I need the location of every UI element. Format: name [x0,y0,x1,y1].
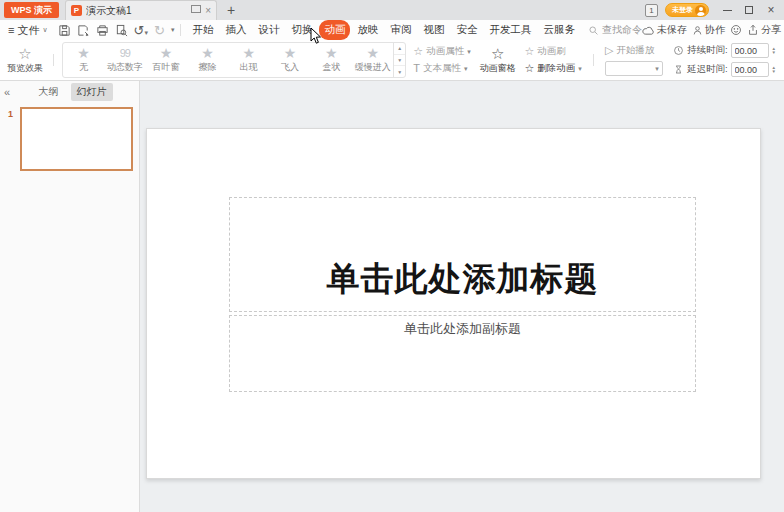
menu-tab-11[interactable]: 云服务 [538,20,580,40]
feedback-button[interactable] [730,24,742,36]
minimize-icon [723,10,732,11]
title-placeholder[interactable]: 单击此处添加标题 [229,197,696,312]
star-icon: ★ [160,46,173,61]
undo-button[interactable]: ↺▾ [134,24,148,37]
login-badge[interactable]: 未登录 [665,3,709,17]
gallery-scroll-up[interactable]: ▲ [394,43,405,54]
delay-spinner[interactable]: ▲▼ [772,66,776,74]
minimize-button[interactable] [716,1,738,19]
save-status[interactable]: 未保存 [642,23,687,37]
menu-tab-9[interactable]: 安全 [451,20,482,40]
redo-button[interactable]: ↻ [154,24,165,37]
gallery-more-button[interactable]: ▼ [394,65,405,77]
animation-pane-button[interactable]: ☆ 动画窗格 [476,42,520,78]
chevron-down-icon: ▾ [578,65,582,73]
editing-canvas: 单击此处添加标题 单击此处添加副标题 [140,81,784,512]
print-icon[interactable] [96,24,109,37]
menu-tab-3[interactable]: 设计 [253,20,284,40]
wps-app-button[interactable]: WPS 演示 [4,2,59,18]
animation-properties-icon: ☆ [413,46,423,57]
duration-input[interactable] [731,43,769,58]
window-manage-button[interactable]: 1 [645,4,658,17]
gallery-item-label: 缓慢进入 [355,61,391,74]
animation-painter-icon: ☆ [524,46,534,57]
slide-canvas[interactable]: 单击此处添加标题 单击此处添加副标题 [146,128,761,479]
menu-tab-4[interactable]: 切换 [286,20,317,40]
login-badge-text: 未登录 [672,5,693,15]
slides-sidebar: « 大纲 幻灯片 1 [0,81,140,512]
animation-speed-select[interactable]: ▾ [605,61,663,76]
gallery-item-8[interactable]: ★缓慢进入 [352,43,393,77]
chevron-down-icon: ▾ [144,29,148,36]
text-properties-icon: T [413,63,420,74]
divider [180,24,181,36]
gallery-items: ★无99动态数字★百叶窗★擦除★出现★飞入★盒状★缓慢进入 [63,43,394,77]
animation-pane-icon: ☆ [491,46,504,61]
duration-spinner[interactable]: ▲▼ [772,47,776,55]
gallery-item-3[interactable]: ★百叶窗 [145,43,186,77]
gallery-item-6[interactable]: ★飞入 [269,43,310,77]
menu-tab-10[interactable]: 开发工具 [484,20,536,40]
new-tab-button[interactable]: + [227,3,235,17]
file-menu-label: 文件 [17,23,39,38]
star-outline-icon: ☆ [18,46,31,61]
gallery-item-2[interactable]: 99动态数字 [104,43,145,77]
print-preview-icon[interactable] [115,24,128,37]
gallery-item-label: 动态数字 [107,61,143,74]
document-tab[interactable]: P 演示文稿1 × [65,0,217,20]
gallery-item-1[interactable]: ★无 [63,43,104,77]
save-icon[interactable] [58,24,71,37]
gallery-item-label: 盒状 [322,61,340,74]
menu-tab-2[interactable]: 插入 [220,20,251,40]
document-tab-title: 演示文稿1 [86,4,187,18]
menubar: ≡ 文件 ∨ ↺▾ ↻ ▾ 开始插入设计切换动画放映审阅视图安全开发工具云服务 … [0,20,784,40]
delay-input[interactable] [731,62,769,77]
animation-properties-button[interactable]: ☆ 动画属性▾ [413,45,470,58]
file-menu[interactable]: ≡ 文件 ∨ [4,23,52,38]
animation-painter-button[interactable]: ☆ 动画刷 [524,45,581,58]
title-placeholder-text: 单击此处添加标题 [327,257,599,302]
share-button[interactable]: 分享 [747,23,781,37]
delete-animation-button[interactable]: ☆ 删除动画▾ [524,62,581,75]
menu-tab-5[interactable]: 动画 [319,20,350,40]
start-playback-button[interactable]: ▷ 开始播放 [605,44,663,57]
collaborate-label: 协作 [705,23,725,37]
chevron-down-icon: ▾ [464,65,468,73]
maximize-icon [745,6,753,14]
titlebar: WPS 演示 P 演示文稿1 × + 1 未登录 × [0,0,784,20]
save-as-icon[interactable] [77,24,90,37]
star-icon: ★ [242,46,255,61]
menu-tab-7[interactable]: 审阅 [385,20,416,40]
subtitle-placeholder[interactable]: 单击此处添加副标题 [229,315,696,392]
close-button[interactable]: × [760,1,782,19]
wps-presentation-window: WPS 演示 P 演示文稿1 × + 1 未登录 × ≡ 文件 [0,0,784,512]
subtitle-placeholder-text: 单击此处添加副标题 [404,320,521,338]
menu-tab-6[interactable]: 放映 [352,20,383,40]
menu-tab-1[interactable]: 开始 [187,20,218,40]
customize-toolbar-icon[interactable]: ▾ [171,26,175,34]
menu-tab-8[interactable]: 视图 [418,20,449,40]
float-window-icon[interactable] [191,5,201,16]
dynamic-number-icon: 99 [120,46,130,61]
search-icon [588,25,599,36]
collaborate-button[interactable]: 协作 [692,23,725,37]
text-properties-button[interactable]: T 文本属性▾ [413,62,470,75]
gallery-item-4[interactable]: ★擦除 [187,43,228,77]
gallery-item-label: 无 [79,61,88,74]
tab-outline[interactable]: 大纲 [33,83,65,101]
tab-slides[interactable]: 幻灯片 [71,83,113,101]
playback-column: ▷ 开始播放 ▾ [600,42,668,78]
gallery-scroll-down[interactable]: ▼ [394,54,405,66]
undo-icon: ↺ [134,23,145,38]
gallery-item-7[interactable]: ★盒状 [311,43,352,77]
command-search[interactable]: 查找命令 [588,23,642,37]
preview-effect-button[interactable]: ☆ 预览效果 [3,42,47,78]
slide-thumbnail[interactable] [20,107,133,171]
gallery-scrollbar: ▲ ▼ ▼ [393,43,405,77]
tab-close-icon[interactable]: × [205,6,211,16]
maximize-button[interactable] [738,1,760,19]
gallery-item-5[interactable]: ★出现 [228,43,269,77]
chevron-down-icon: ▾ [655,65,659,73]
divider [593,54,594,66]
timing-column: 持续时间: ▲▼ 延迟时间: ▲▼ [668,42,781,78]
